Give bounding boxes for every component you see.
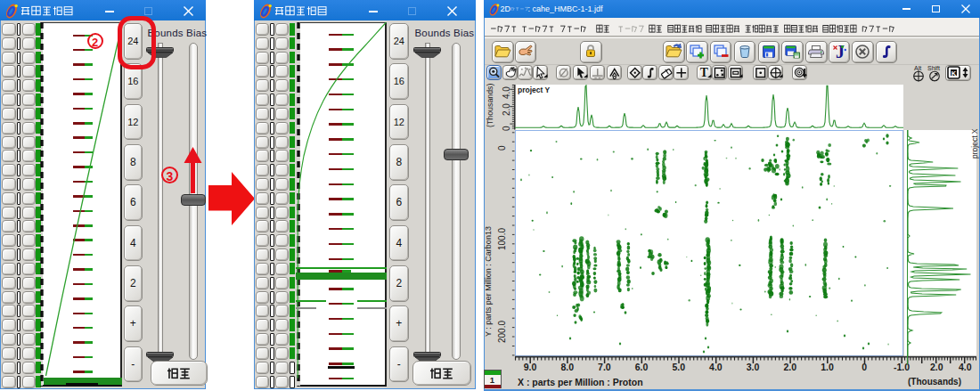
svg-text:J: J [836,43,845,61]
svg-text:T: T [700,66,708,79]
svg-text:K: K [951,69,957,77]
